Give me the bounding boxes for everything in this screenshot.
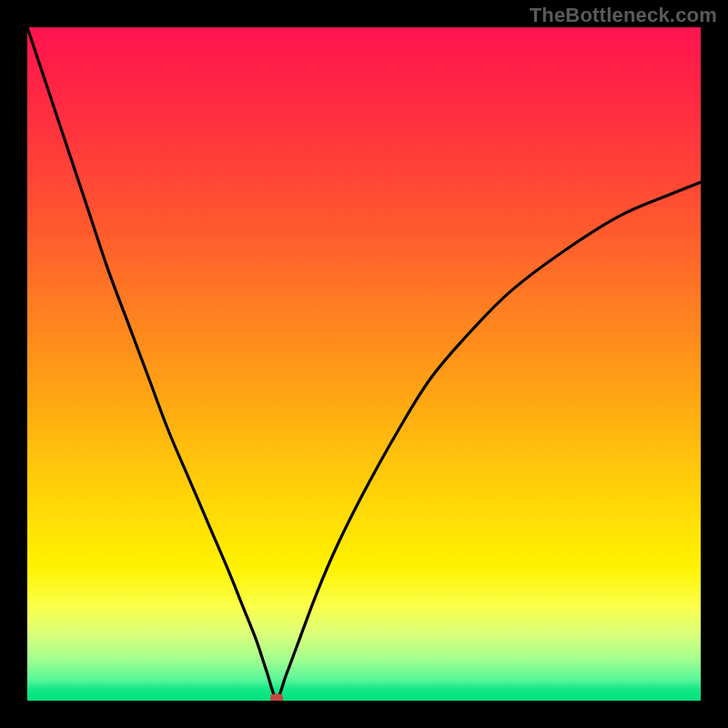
- chart-frame: TheBottleneck.com: [0, 0, 728, 728]
- plot-area: [27, 27, 701, 701]
- curve-svg: [27, 27, 701, 701]
- watermark-text: TheBottleneck.com: [530, 4, 717, 27]
- curve-path: [27, 27, 701, 697]
- minimum-marker: [270, 694, 283, 702]
